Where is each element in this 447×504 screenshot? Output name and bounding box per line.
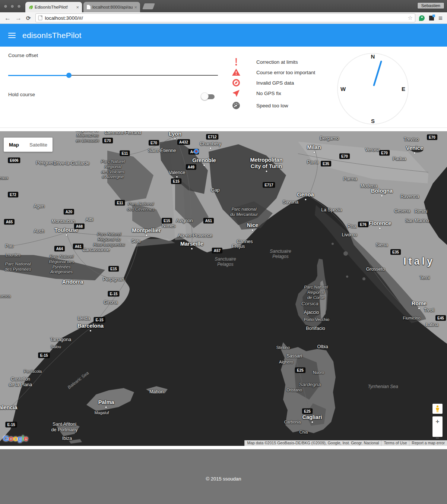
google-logo-letter: G: [3, 434, 9, 442]
map-canvas[interactable]: Clermont-FerrandLyonChambérySaint-Étienn…: [0, 131, 447, 446]
alarm-label: Speed too low: [256, 103, 288, 108]
hold-course-label: Hold course: [8, 92, 35, 97]
alarm-row: No GPS fix: [232, 88, 315, 98]
warning-triangle-icon: [232, 68, 241, 77]
map-type-map-button[interactable]: Map: [4, 142, 24, 148]
gps-position-marker: [194, 149, 199, 154]
browser-toolbar: ← → ⟳ localhost:3000/#/ ☆ ❝ ≡: [0, 12, 447, 24]
close-tab-icon[interactable]: ×: [76, 5, 79, 10]
map-type-satellite-button[interactable]: Satellite: [24, 142, 53, 148]
app-title: edisonIsThePilot: [22, 31, 81, 40]
terms-of-use-link[interactable]: Terms of Use: [381, 440, 409, 446]
map-data-text: Map data ©2015 GeoBasis-DE/BKG (©2009), …: [244, 440, 381, 446]
google-logo-letter: e: [24, 434, 28, 442]
hamburger-menu-icon[interactable]: [8, 31, 16, 40]
course-offset-label: Course offset: [8, 53, 38, 58]
report-map-error-link[interactable]: Report a map error: [409, 440, 447, 446]
zoom-in-button[interactable]: +: [432, 416, 443, 426]
toggle-knob[interactable]: [201, 92, 209, 100]
close-window-button[interactable]: [4, 4, 7, 8]
address-bar[interactable]: localhost:3000/#/ ☆: [35, 13, 415, 22]
tab-localhost-8000[interactable]: localhost:8000/api/autopil ×: [83, 2, 140, 12]
browser-tabstrip: EdisonIsThePilot! × localhost:8000/api/a…: [0, 0, 447, 12]
profile-button[interactable]: Sebastien: [417, 2, 444, 9]
pegman-icon: [435, 405, 440, 413]
browser-window: EdisonIsThePilot! × localhost:8000/api/a…: [0, 0, 447, 504]
alarm-label: Course error too important: [256, 70, 315, 75]
tab-title: EdisonIsThePilot!: [35, 5, 74, 9]
leaf-favicon-icon: [28, 5, 33, 10]
minimize-window-button[interactable]: [10, 4, 14, 8]
speedometer-icon: [232, 101, 241, 110]
alarm-list: Correction at limitsCourse error too imp…: [232, 57, 315, 111]
tab-edisonisthepilot[interactable]: EdisonIsThePilot! ×: [25, 2, 82, 12]
page-icon: [38, 16, 42, 21]
hangouts-extension-icon[interactable]: ❝: [419, 15, 425, 21]
google-logo-letter: o: [13, 434, 18, 442]
zoom-control: + −: [432, 416, 443, 437]
reload-icon[interactable]: ⟳: [26, 15, 31, 21]
browser-menu-icon[interactable]: ≡: [438, 15, 443, 22]
window-controls: [4, 4, 21, 8]
bookmark-star-icon[interactable]: ☆: [408, 15, 412, 21]
close-tab-icon[interactable]: ×: [134, 5, 137, 10]
alarm-label: Invalid GPS data: [256, 80, 294, 86]
maximize-window-button[interactable]: [17, 4, 21, 8]
extensions-area: ❝ ≡: [419, 15, 443, 22]
pegman-button[interactable]: [432, 404, 443, 414]
slider-thumb[interactable]: [66, 73, 72, 78]
forward-icon[interactable]: →: [15, 15, 22, 21]
url-text[interactable]: localhost:3000/#/: [45, 15, 408, 21]
google-logo-letter: o: [9, 434, 13, 442]
exclamation-icon: [232, 57, 241, 66]
map-attribution: Map data ©2015 GeoBasis-DE/BKG (©2009), …: [244, 440, 447, 446]
spacer: [0, 446, 447, 449]
compass: N E S W: [337, 53, 409, 125]
page-footer: © 2015 ssoudan: [0, 449, 447, 504]
gps-nofix-icon: [232, 89, 241, 98]
google-logo-letter: g: [18, 434, 22, 442]
alarm-label: No GPS fix: [256, 91, 281, 96]
extension-icon[interactable]: [429, 16, 434, 21]
back-icon[interactable]: ←: [4, 15, 11, 21]
app-header: edisonIsThePilot: [0, 24, 447, 47]
compass-needle: [338, 54, 408, 124]
copyright-text: © 2015 ssoudan: [0, 476, 447, 482]
gps-invalid-icon: [232, 78, 241, 87]
new-tab-button[interactable]: [142, 3, 155, 9]
alarm-row: Invalid GPS data: [232, 78, 315, 88]
slider-fill: [8, 75, 69, 76]
course-offset-slider[interactable]: [8, 73, 218, 78]
tab-title: localhost:8000/api/autopil: [92, 5, 133, 9]
control-panel: Course offset Hold course Correction at …: [0, 47, 447, 128]
alarm-row: Course error too important: [232, 67, 315, 78]
map-terrain: [0, 131, 447, 446]
page-favicon-icon: [86, 4, 91, 10]
alarm-row: Speed too low: [232, 100, 315, 111]
google-logo[interactable]: Google: [3, 434, 28, 443]
map-type-control: Map Satellite: [4, 138, 53, 152]
alarm-row: Correction at limits: [232, 57, 315, 67]
hold-course-toggle[interactable]: [202, 94, 215, 100]
alarm-label: Correction at limits: [256, 59, 298, 65]
